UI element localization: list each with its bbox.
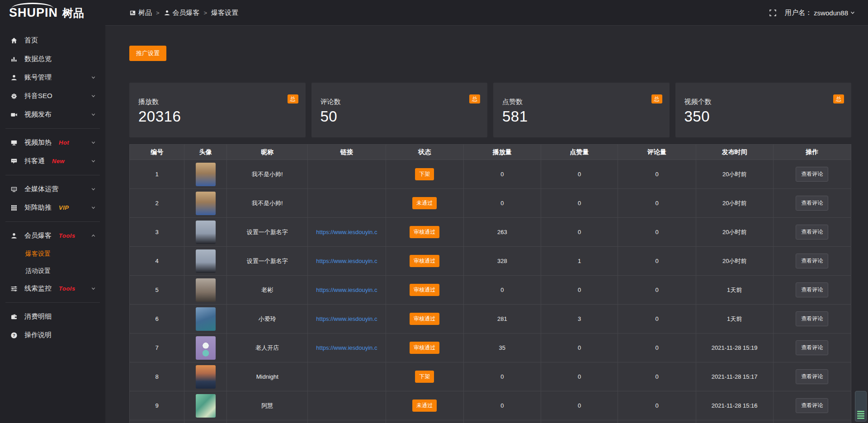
sidebar-item-tag: Hot [59,139,69,146]
cell-time: 1天前 [696,276,773,305]
cell-status: 审核通过 [386,334,463,362]
cell-plays: 281 [463,305,541,334]
sidebar-item-tag: Tools [59,285,75,292]
logo[interactable]: SHUPIN 树品 [0,0,105,26]
sidebar-item-2[interactable]: 数据总览 [0,50,105,68]
column-header-评论量: 评论量 [618,145,696,160]
doc-icon-icon [129,9,136,16]
column-header-操作: 操作 [773,145,851,160]
cell-link[interactable]: https://www.iesdouyin.c [308,305,386,334]
cell-action[interactable]: 查看评论 [773,276,851,305]
cell-link[interactable]: https://www.iesdouyin.c [308,334,386,362]
view-comments-button[interactable]: 查看评论 [796,167,828,182]
sidebar-item-13[interactable]: ?操作说明 [0,326,105,344]
sidebar-item-4[interactable]: 抖音SEO [0,87,105,105]
cell-time: 1天前 [696,305,773,334]
cell-action[interactable]: 查看评论 [773,160,851,189]
question-icon: ? [10,332,18,339]
cell-nickname: 设置一个新名字 [227,247,308,276]
cell-time: 20小时前 [696,218,773,247]
sidebar-item-6[interactable]: 视频加热Hot [0,133,105,152]
breadcrumb-item-3[interactable]: 爆客设置 [211,9,238,17]
profile-link[interactable]: https://www.iesdouyin.c [310,229,383,235]
sidebar-item-11[interactable]: 线索监控Tools [0,279,105,298]
sidebar-item-9[interactable]: 矩阵助推VIP [0,198,105,217]
cell-status: 审核通过 [386,305,463,334]
status-badge: 审核通过 [410,284,439,296]
cell-likes: 0 [541,334,618,362]
cell-avatar [184,218,227,247]
sidebar-submenu: 爆客设置活动设置 [0,245,105,279]
view-comments-button[interactable]: 查看评论 [796,225,828,240]
avatar [196,278,216,302]
status-badge: 下架 [415,371,434,383]
avatar [196,192,216,215]
cell-status: 下架 [386,160,463,189]
cell-link [308,160,386,189]
sidebar-item-tag: New [52,158,65,164]
sidebar-item-3[interactable]: 账号管理 [0,68,105,87]
cell-action[interactable]: 查看评论 [773,305,851,334]
chevron-down-icon [90,112,96,118]
chevron-down-icon [90,286,96,291]
sidebar-item-tag: Tools [59,232,75,239]
view-comments-button[interactable]: 查看评论 [796,369,828,384]
cell-link[interactable]: https://www.iesdouyin.c [308,218,386,247]
sidebar-divider [5,221,100,222]
cell-likes: 0 [541,276,618,305]
promo-settings-button[interactable]: 推广设置 [129,46,166,61]
cell-status: 审核通过 [386,218,463,247]
cell-link [308,362,386,391]
cell-time: 2021-11-28 15:17 [696,362,773,391]
sidebar-item-1[interactable]: 首页 [0,31,105,50]
cell-link[interactable]: https://www.iesdouyin.c [308,247,386,276]
profile-link[interactable]: https://www.iesdouyin.c [310,344,383,351]
chevron-down-icon [90,205,96,211]
sidebar-item-label: 线索监控 [24,284,52,293]
view-comments-button[interactable]: 查看评论 [796,282,828,297]
cell-comments: 0 [618,362,696,391]
stat-value: 20316 [138,108,297,125]
cell-action[interactable]: 查看评论 [773,218,851,247]
cell-link [308,391,386,420]
table-row-4: 4设置一个新名字https://www.iesdouyin.c审核通过32810… [130,247,851,276]
sidebar-item-5[interactable]: 视频发布 [0,105,105,124]
cell-action[interactable]: 查看评论 [773,247,851,276]
sidebar-item-12[interactable]: 消费明细 [0,307,105,326]
stat-total-badge: 总 [651,94,662,103]
sidebar-item-8[interactable]: 全媒体运营 [0,180,105,198]
floating-widget[interactable] [855,391,867,422]
stat-label: 播放数 [138,98,297,106]
profile-link[interactable]: https://www.iesdouyin.c [310,258,383,264]
monitor-icon [10,186,18,193]
user-menu[interactable]: 用户名： zswodun88 [785,9,855,17]
fullscreen-icon[interactable] [769,9,777,17]
view-comments-button[interactable]: 查看评论 [796,311,828,326]
cell-action[interactable]: 查看评论 [773,334,851,362]
table-row-10 [130,420,851,423]
cell-action [773,420,851,423]
view-comments-button[interactable]: 查看评论 [796,254,828,268]
avatar [196,365,216,389]
view-comments-button[interactable]: 查看评论 [796,196,828,211]
sidebar-item-7[interactable]: 抖客通New [0,152,105,170]
sidebar-subitem-爆客设置[interactable]: 爆客设置 [0,245,105,262]
breadcrumb-item-2[interactable]: 会员爆客 [164,9,200,17]
username-label: 用户名： [785,9,812,17]
cell-action[interactable]: 查看评论 [773,189,851,218]
profile-link[interactable]: https://www.iesdouyin.c [310,287,383,293]
sidebar-item-label: 首页 [24,36,38,45]
cell-nickname: 设置一个新名字 [227,218,308,247]
cell-id: 4 [130,247,184,276]
view-comments-button[interactable]: 查看评论 [796,340,828,355]
sidebar-subitem-活动设置[interactable]: 活动设置 [0,262,105,279]
cell-comments: 0 [618,189,696,218]
profile-link[interactable]: https://www.iesdouyin.c [310,315,383,322]
cell-action[interactable]: 查看评论 [773,362,851,391]
cell-action[interactable]: 查看评论 [773,391,851,420]
view-comments-button[interactable]: 查看评论 [796,398,828,413]
breadcrumb-item-1[interactable]: 树品 [129,9,152,17]
cell-comments: 0 [618,334,696,362]
sidebar-item-10[interactable]: 会员爆客Tools [0,226,105,245]
cell-link[interactable]: https://www.iesdouyin.c [308,276,386,305]
